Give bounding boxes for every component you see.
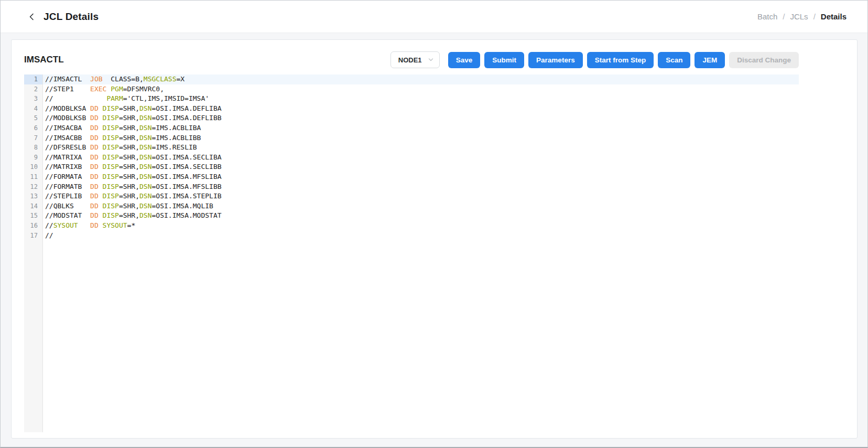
code-line[interactable]: 6//IMSACBA DD DISP=SHR,DSN=IMS.ACBLIBA <box>24 123 799 133</box>
code-line-text: //SYSOUT DD SYSOUT=* <box>43 221 799 231</box>
breadcrumb-separator: / <box>783 12 785 21</box>
jcl-card: IMSACTL NODE1 SaveSubmitParametersStart … <box>11 39 858 439</box>
code-line-text: //STEPLIB DD DISP=SHR,DSN=OSI.IMSA.STEPL… <box>43 191 799 201</box>
code-line[interactable]: 4//MODBLKSA DD DISP=SHR,DSN=OSI.IMSA.DEF… <box>24 104 799 114</box>
gutter-filler <box>24 240 43 432</box>
jcl-details-page: JCL Details Batch/JCLs/Details IMSACTL N… <box>0 0 868 448</box>
save-button[interactable]: Save <box>448 52 481 68</box>
code-line-text: //DFSRESLB DD DISP=SHR,DSN=IMS.RESLIB <box>43 143 799 153</box>
code-line[interactable]: 2//STEP1 EXEC PGM=DFSMVRC0, <box>24 84 799 94</box>
jcl-name-title: IMSACTL <box>24 55 64 65</box>
toolbar: NODE1 SaveSubmitParametersStart from Ste… <box>390 51 799 68</box>
code-line-text: //IMSACBB DD DISP=SHR,DSN=IMS.ACBLIBB <box>43 133 799 143</box>
line-number: 15 <box>24 211 43 221</box>
code-line[interactable]: 3// PARM='CTL,IMS,IMSID=IMSA' <box>24 94 799 104</box>
code-line[interactable]: 15//MODSTAT DD DISP=SHR,DSN=OSI.IMSA.MOD… <box>24 211 799 221</box>
content-area: IMSACTL NODE1 SaveSubmitParametersStart … <box>1 33 867 447</box>
code-line[interactable]: 11//FORMATA DD DISP=SHR,DSN=OSI.IMSA.MFS… <box>24 172 799 182</box>
node-select-value: NODE1 <box>398 56 422 64</box>
page-header: JCL Details Batch/JCLs/Details <box>1 1 867 33</box>
line-number: 13 <box>24 191 43 201</box>
line-number: 7 <box>24 133 43 143</box>
code-line[interactable]: 14//QBLKS DD DISP=SHR,DSN=OSI.IMSA.MQLIB <box>24 201 799 211</box>
code-line[interactable]: 13//STEPLIB DD DISP=SHR,DSN=OSI.IMSA.STE… <box>24 191 799 201</box>
breadcrumb-item-batch[interactable]: Batch <box>757 12 777 21</box>
breadcrumb-item-jcls[interactable]: JCLs <box>790 12 808 21</box>
node-select[interactable]: NODE1 <box>390 51 440 68</box>
code-line-text: //IMSACTL JOB CLASS=B,MSGCLASS=X <box>43 74 799 84</box>
code-line-text: //IMSACBA DD DISP=SHR,DSN=IMS.ACBLIBA <box>43 123 799 133</box>
code-line-text: //STEP1 EXEC PGM=DFSMVRC0, <box>43 84 799 94</box>
code-line[interactable]: 12//FORMATB DD DISP=SHR,DSN=OSI.IMSA.MFS… <box>24 182 799 192</box>
card-header: IMSACTL NODE1 SaveSubmitParametersStart … <box>24 51 857 68</box>
line-number: 1 <box>24 74 43 84</box>
line-number: 2 <box>24 84 43 94</box>
line-number: 6 <box>24 123 43 133</box>
line-number: 8 <box>24 143 43 153</box>
line-number: 5 <box>24 113 43 123</box>
code-line[interactable]: 1//IMSACTL JOB CLASS=B,MSGCLASS=X <box>24 74 799 84</box>
code-line-text: // PARM='CTL,IMS,IMSID=IMSA' <box>43 94 799 104</box>
code-line[interactable]: 17// <box>24 231 799 241</box>
code-empty <box>43 240 799 432</box>
line-number: 9 <box>24 153 43 163</box>
code-line[interactable]: 7//IMSACBB DD DISP=SHR,DSN=IMS.ACBLIBB <box>24 133 799 143</box>
code-line-text: //MATRIXA DD DISP=SHR,DSN=OSI.IMSA.SECLI… <box>43 153 799 163</box>
breadcrumb-separator: / <box>813 12 816 21</box>
line-number: 10 <box>24 162 43 172</box>
breadcrumb: Batch/JCLs/Details <box>757 12 847 21</box>
line-number: 4 <box>24 104 43 114</box>
code-editor[interactable]: 1//IMSACTL JOB CLASS=B,MSGCLASS=X2//STEP… <box>24 74 799 432</box>
jem-button[interactable]: JEM <box>695 52 725 68</box>
code-line-text: //MATRIXB DD DISP=SHR,DSN=OSI.IMSA.SECLI… <box>43 162 799 172</box>
line-number: 16 <box>24 221 43 231</box>
code-line-text: //MODBLKSA DD DISP=SHR,DSN=OSI.IMSA.DEFL… <box>43 104 799 114</box>
code-line[interactable]: 8//DFSRESLB DD DISP=SHR,DSN=IMS.RESLIB <box>24 143 799 153</box>
code-line[interactable]: 5//MODBLKSB DD DISP=SHR,DSN=OSI.IMSA.DEF… <box>24 113 799 123</box>
discard-change-button[interactable]: Discard Change <box>729 52 799 68</box>
line-number: 12 <box>24 182 43 192</box>
back-button[interactable] <box>25 9 39 24</box>
code-line-text: //FORMATB DD DISP=SHR,DSN=OSI.IMSA.MFSLI… <box>43 182 799 192</box>
chevron-down-icon <box>428 57 434 63</box>
code-line-text: //MODBLKSB DD DISP=SHR,DSN=OSI.IMSA.DEFL… <box>43 113 799 123</box>
code-line[interactable]: 9//MATRIXA DD DISP=SHR,DSN=OSI.IMSA.SECL… <box>24 153 799 163</box>
code-line[interactable]: 10//MATRIXB DD DISP=SHR,DSN=OSI.IMSA.SEC… <box>24 162 799 172</box>
code-line[interactable]: 16//SYSOUT DD SYSOUT=* <box>24 221 799 231</box>
code-line-text: //QBLKS DD DISP=SHR,DSN=OSI.IMSA.MQLIB <box>43 201 799 211</box>
breadcrumb-item-details: Details <box>821 12 847 21</box>
page-title: JCL Details <box>44 11 99 23</box>
toolbar-buttons: SaveSubmitParametersStart from StepScanJ… <box>444 52 799 68</box>
scan-button[interactable]: Scan <box>658 52 690 68</box>
line-number: 11 <box>24 172 43 182</box>
start-from-step-button[interactable]: Start from Step <box>587 52 654 68</box>
line-number: 14 <box>24 201 43 211</box>
code-line-text: //MODSTAT DD DISP=SHR,DSN=OSI.IMSA.MODST… <box>43 211 799 221</box>
line-number: 17 <box>24 231 43 241</box>
line-number: 3 <box>24 94 43 104</box>
code-line-text: //FORMATA DD DISP=SHR,DSN=OSI.IMSA.MFSLI… <box>43 172 799 182</box>
editor-empty-area[interactable] <box>24 240 799 432</box>
chevron-left-icon <box>27 12 37 22</box>
code-line-text: // <box>43 231 799 241</box>
submit-button[interactable]: Submit <box>484 52 524 68</box>
parameters-button[interactable]: Parameters <box>528 52 583 68</box>
